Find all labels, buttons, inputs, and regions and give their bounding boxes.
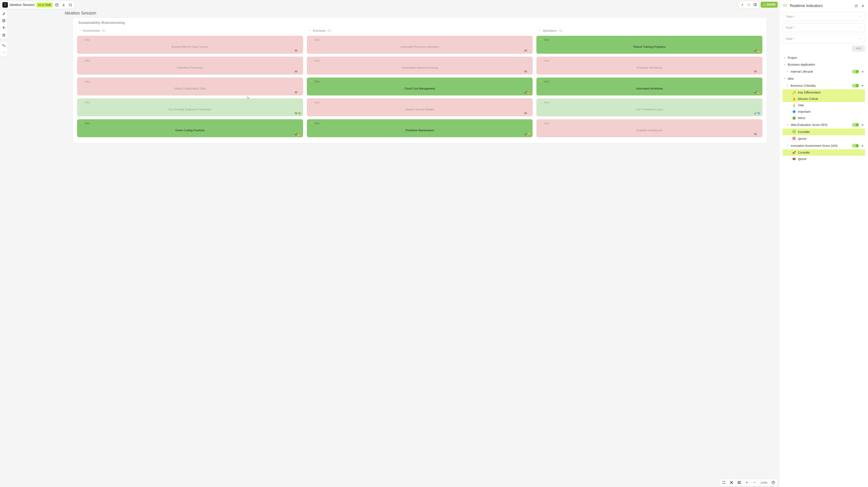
card-title: Paperless Processes <box>80 62 300 73</box>
text-tool-icon[interactable] <box>1 26 6 30</box>
svg-point-1 <box>69 4 71 6</box>
upload-button[interactable] <box>54 2 59 7</box>
page-title: Ideation Session <box>65 11 96 16</box>
bulb-icon: 💡 <box>80 38 84 41</box>
card-indicator-icons: 🍩❕ <box>294 49 301 52</box>
idea-card[interactable]: 💡IdeaPaperless Processes🍩❕ <box>77 57 303 74</box>
card-indicator-icons: 🍩❕ <box>294 70 301 73</box>
board: Sustainability Brainstorming Environment… <box>73 18 309 143</box>
svg-point-2 <box>3 19 5 20</box>
bulb-icon: 💡 <box>80 122 84 125</box>
idea-card[interactable]: 💡IdeaCloud Cost Management🚀⚠️ <box>307 78 309 95</box>
idea-card[interactable]: 💡IdeaPredictive Maintenance🚀🔑 <box>307 119 309 137</box>
left-toolbar <box>0 9 8 57</box>
column-header[interactable]: Environment(5) <box>77 26 303 33</box>
idea-card[interactable]: 💡IdeaEnergy-Efficient Data Centers🍩❕ <box>77 36 303 54</box>
card-type-label: Idea <box>85 122 90 125</box>
search-button[interactable] <box>68 2 73 7</box>
chevron-down-icon <box>79 29 81 32</box>
app-logo[interactable] <box>2 2 8 8</box>
card-type-label: Idea <box>85 80 90 83</box>
card-type-label: Idea <box>85 59 90 62</box>
undo-button[interactable] <box>1 43 6 48</box>
project-title[interactable]: Ideation Session <box>9 3 35 7</box>
data-tool-icon[interactable] <box>1 18 6 23</box>
card-indicator-icons: 🚀⚠️ <box>294 132 301 136</box>
status-label: Draft <box>45 3 51 6</box>
idea-card[interactable]: 💡IdeaVirtual Collaboration Tools🍩❕ <box>77 78 303 95</box>
project-header: Ideation Session v3 Draft <box>1 1 74 9</box>
card-title: Green Coding Practices <box>80 125 300 135</box>
idea-card[interactable]: 💡IdeaSubscription-Based Licensing🍩❕ <box>307 57 309 74</box>
redo-button <box>1 50 6 55</box>
card-indicator-icons: 🍩🟢 <box>294 112 301 115</box>
version-status-badge[interactable]: v3 Draft <box>36 3 53 7</box>
card-title: Virtual Collaboration Tools <box>80 83 300 93</box>
idea-card[interactable]: 💡IdeaGreen Coding Practices🚀⚠️ <box>77 119 303 137</box>
magic-tool-icon[interactable] <box>1 11 6 16</box>
idea-card[interactable]: 💡IdeaAutomated Resource Allocation🍩❕ <box>307 36 309 54</box>
card-indicator-icons: 🍩❕ <box>294 91 301 94</box>
card-title: Eco-Friendly Disposal of Hardware <box>80 104 300 114</box>
frame-tool-icon[interactable] <box>1 33 6 37</box>
version-label: v3 <box>38 3 41 6</box>
card-type-label: Idea <box>85 38 90 41</box>
card-title: Energy-Efficient Data Centers <box>80 41 300 52</box>
bulb-icon: 💡 <box>80 80 84 83</box>
canvas[interactable]: Ideation Session Sustainability Brainsto… <box>0 0 309 174</box>
column-name: Environment <box>83 29 100 32</box>
column-count: (5) <box>101 29 105 32</box>
bulb-icon: 💡 <box>80 101 84 104</box>
column-header[interactable]: Economic(5) <box>307 26 309 33</box>
edit-icon <box>42 4 44 6</box>
board-title: Sustainability Brainstorming <box>77 21 309 26</box>
chevron-down-icon <box>309 29 309 32</box>
card-type-label: Idea <box>85 101 90 104</box>
idea-card[interactable]: 💡IdeaEco-Friendly Disposal of Hardware🍩🟢 <box>77 98 303 116</box>
download-button[interactable] <box>61 2 66 7</box>
idea-card[interactable]: 💡IdeaShared Service Models🍩❕ <box>307 98 309 116</box>
bulb-icon: 💡 <box>80 59 84 62</box>
